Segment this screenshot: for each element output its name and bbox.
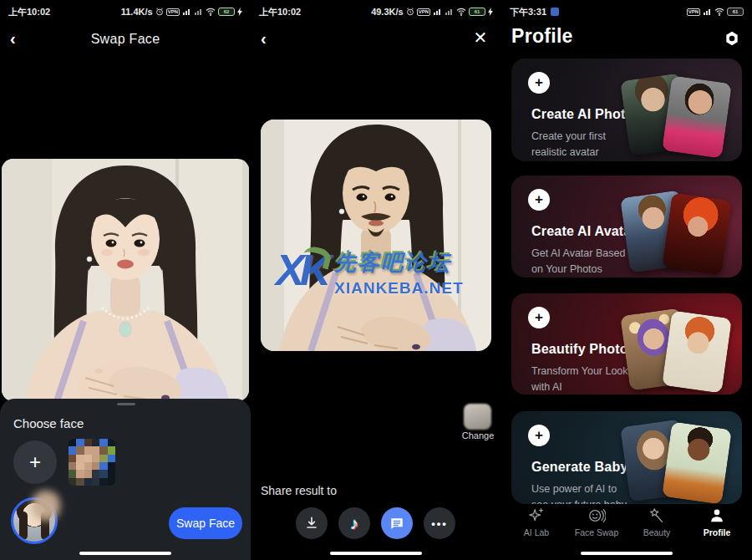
card-subtitle: Get AI Avatar Based on Your Photos	[531, 246, 625, 277]
share-buttons-row: ♪ •••	[296, 507, 455, 539]
card-subtitle: Use power of AI to see your future baby	[531, 481, 627, 504]
alarm-icon	[406, 8, 414, 16]
card-sample-images	[623, 77, 730, 157]
wifi-icon	[206, 8, 216, 16]
more-icon: •••	[431, 517, 448, 530]
sample-photo	[662, 421, 732, 504]
mosaic-pixel	[76, 446, 84, 454]
status-time: 上午10:02	[8, 6, 50, 18]
mic-indicator-icon	[551, 8, 559, 16]
mosaic-pixel	[108, 478, 115, 486]
status-bar: 下午3:31 VPN 61	[501, 5, 752, 18]
mosaic-pixel	[69, 439, 76, 446]
charging-bolt-icon	[488, 8, 493, 16]
nav-profile[interactable]: Profile	[690, 501, 744, 545]
mosaic-pixel	[69, 446, 76, 454]
card-title: Generate Baby	[531, 460, 628, 475]
watermark: XK 先客吧论坛 XIANKEBA.NET	[276, 247, 464, 298]
mosaic-pixel	[92, 439, 99, 446]
mosaic-pixel	[84, 439, 92, 446]
network-speed: 49.3K/s	[371, 7, 404, 17]
mosaic-pixel	[69, 462, 76, 470]
mosaic-pixel	[84, 462, 92, 470]
home-indicator[interactable]	[581, 552, 673, 555]
choose-face-sheet: Choose face + Swap Face	[0, 399, 251, 560]
mosaic-pixel	[99, 478, 107, 486]
back-button[interactable]: ‹	[261, 30, 279, 48]
battery-icon: 61	[727, 8, 744, 16]
result-photo: XK 先客吧论坛 XIANKEBA.NET	[261, 120, 491, 351]
close-button[interactable]: ✕	[471, 28, 490, 47]
more-share-button[interactable]: •••	[424, 507, 455, 539]
home-indicator[interactable]	[330, 552, 422, 555]
mosaic-pixel	[108, 439, 115, 446]
swap-face-button[interactable]: Swap Face	[169, 507, 242, 539]
source-photo	[2, 159, 249, 401]
pixelated-face-thumbnail[interactable]	[69, 439, 115, 486]
card-sample-images	[623, 423, 730, 503]
status-time: 下午3:31	[510, 6, 546, 18]
nav-label: Beauty	[643, 527, 671, 537]
status-time: 上午10:02	[259, 6, 301, 18]
page-title: Swap Face	[0, 32, 251, 47]
change-label[interactable]: Change	[457, 430, 499, 440]
watermark-logo: XK	[276, 247, 326, 293]
face-swap-icon	[587, 507, 606, 525]
avatar-hair-left	[19, 512, 28, 540]
card-sample-images	[623, 312, 730, 392]
watermark-chinese-text: 先客吧论坛	[334, 248, 464, 277]
mosaic-pixel	[69, 455, 76, 462]
mosaic-pixel	[108, 446, 115, 454]
home-indicator[interactable]	[79, 552, 171, 555]
card-title: Beautify Photo	[531, 342, 628, 357]
card-create-ai-avatar[interactable]: + Create AI Avatar Get AI Avatar Based o…	[511, 176, 742, 277]
download-button[interactable]	[296, 507, 328, 539]
mosaic-pixel	[108, 455, 115, 462]
avatar-blur-patch	[32, 491, 60, 521]
panel-swap-face: 上午10:02 11.4K/s VPN 62 ‹ Swap Face	[0, 0, 251, 560]
add-face-button[interactable]: +	[13, 440, 57, 484]
mosaic-pixel	[92, 470, 99, 477]
plus-icon: +	[528, 72, 550, 94]
status-bar: 上午10:02 11.4K/s VPN 62	[0, 5, 251, 18]
mosaic-pixel	[108, 470, 115, 477]
mosaic-pixel	[92, 462, 99, 470]
sample-photo	[662, 310, 732, 393]
mosaic-pixel	[99, 455, 107, 462]
vpn-badge: VPN	[417, 8, 430, 16]
card-create-ai-photo[interactable]: + Create AI Photo Create your first real…	[511, 59, 742, 161]
nav-face-swap[interactable]: Face Swap	[570, 501, 623, 545]
ai-lab-icon	[527, 507, 546, 525]
mosaic-pixel	[84, 446, 92, 454]
profile-icon	[708, 507, 726, 525]
settings-gear-icon[interactable]	[724, 30, 740, 47]
mosaic-pixel	[84, 455, 92, 462]
sample-photo	[662, 192, 732, 275]
mosaic-pixel	[108, 462, 115, 470]
panel-swap-result: 上午10:02 49.3K/s VPN 61 ‹ ✕	[251, 0, 501, 560]
card-title: Create AI Photo	[531, 107, 633, 122]
nav-beauty[interactable]: Beauty	[630, 501, 683, 545]
signal2-icon	[445, 8, 454, 16]
change-face-thumbnail[interactable]	[464, 404, 491, 430]
share-result-label: Share result to	[261, 484, 337, 497]
mosaic-pixel	[99, 439, 107, 446]
mosaic-pixel	[69, 478, 76, 486]
download-icon	[303, 515, 320, 532]
tiktok-share-button[interactable]: ♪	[338, 507, 370, 539]
card-generate-baby[interactable]: + Generate Baby Use power of AI to see y…	[511, 411, 742, 504]
battery-icon: 61	[469, 8, 485, 16]
choose-face-label: Choose face	[13, 416, 84, 430]
mosaic-pixel	[84, 470, 92, 477]
signal-icon	[433, 8, 442, 16]
mosaic-pixel	[76, 439, 84, 446]
wifi-icon	[714, 8, 724, 16]
charging-bolt-icon	[237, 8, 242, 16]
battery-icon: 62	[218, 8, 235, 16]
mosaic-pixel	[99, 462, 107, 470]
nav-ai-lab[interactable]: AI Lab	[510, 501, 563, 545]
sheet-handle[interactable]	[117, 403, 135, 405]
card-beautify-photo[interactable]: + Beautify Photo Transform Your Look wit…	[511, 293, 742, 395]
messages-share-button[interactable]	[381, 507, 413, 539]
vpn-badge: VPN	[166, 8, 180, 16]
